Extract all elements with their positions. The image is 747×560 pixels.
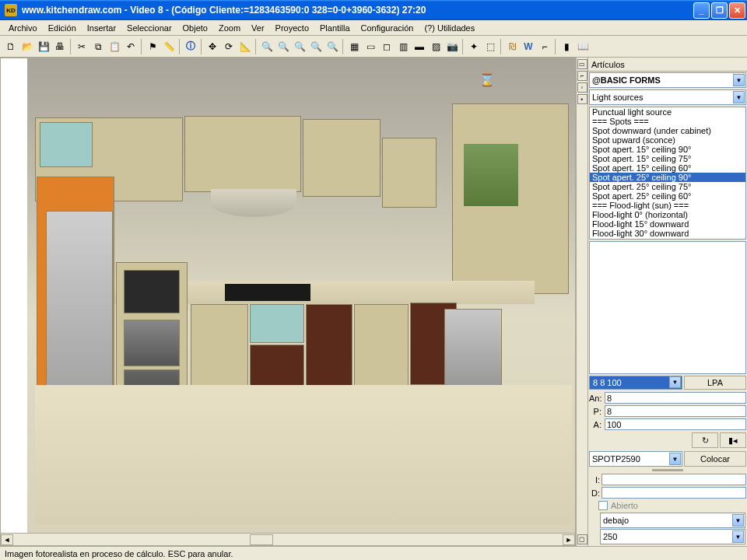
chevron-down-icon[interactable]: ▼ [669, 376, 681, 388]
menu-edicin[interactable]: Edición [43, 22, 82, 34]
list-item[interactable]: Spot upward (sconce) [590, 135, 745, 145]
position-combo[interactable]: debajo ▼ [600, 513, 745, 528]
list-item[interactable]: Spot apert. 25° ceiling 75° [590, 182, 745, 191]
move-icon[interactable]: ✥ [205, 39, 220, 54]
menu-utilidades[interactable]: (?) Utilidades [419, 22, 480, 34]
undo-icon[interactable]: ↶ [123, 39, 139, 54]
list-item[interactable]: Flood-light 0° (horizontal) [590, 210, 745, 219]
print-icon[interactable]: 🖶 [52, 39, 68, 54]
lpa-button[interactable]: LPA [684, 376, 746, 390]
refresh-button[interactable]: ↻ [692, 432, 718, 448]
category-combo[interactable]: Light sources ▼ [589, 89, 746, 105]
prop-d-input[interactable] [601, 487, 746, 499]
price-icon[interactable]: ₪ [504, 39, 520, 54]
word-icon[interactable]: W [521, 39, 536, 54]
view-real-icon[interactable]: ▨ [428, 39, 444, 54]
scroll-right-icon[interactable]: ► [563, 534, 575, 545]
copy-icon[interactable]: ⧉ [90, 39, 106, 54]
preview-list[interactable] [589, 241, 746, 374]
view-hidden-icon[interactable]: ▥ [395, 39, 411, 54]
angle-icon[interactable]: 📐 [237, 39, 253, 54]
scroll-left-icon[interactable]: ◄ [1, 534, 13, 545]
menu-configuracin[interactable]: Configuración [356, 22, 419, 34]
list-item[interactable]: Punctual light source [590, 107, 745, 117]
save-icon[interactable]: 💾 [36, 39, 51, 54]
zoom-out-icon[interactable]: 🔍 [259, 39, 275, 54]
list-item[interactable]: Spot apert. 25° ceiling 90° [590, 173, 745, 182]
list-item[interactable]: Spot apert. 15° ceiling 60° [590, 163, 745, 173]
info-icon[interactable]: ⓘ [183, 39, 198, 54]
place-button[interactable]: Colocar [684, 451, 746, 467]
prop-i-input[interactable] [601, 474, 746, 485]
scroll-thumb[interactable] [250, 534, 273, 545]
rotate-icon[interactable]: ⟳ [221, 39, 237, 54]
menu-proyecto[interactable]: Proyecto [270, 22, 314, 34]
palette-icon[interactable]: ▮ [559, 39, 574, 54]
flag-icon[interactable]: ⚑ [145, 39, 160, 54]
cut-icon[interactable]: ✂ [74, 39, 89, 54]
zoom-all-icon[interactable]: 🔍 [324, 39, 340, 54]
category-value: Light sources [592, 93, 643, 102]
menubar: ArchivoEdiciónInsertarSeleccionarObjetoZ… [0, 20, 747, 36]
catalog-combo[interactable]: @BASIC FORMS ▼ [589, 72, 746, 88]
render-view[interactable]: ⌛ [1, 58, 575, 533]
hscrollbar[interactable]: ◄ ► [1, 533, 575, 545]
strip-tool-4[interactable]: ▪ [577, 94, 587, 104]
new-icon[interactable]: 🗋 [3, 39, 19, 54]
chevron-down-icon[interactable]: ▼ [732, 514, 744, 527]
menu-objeto[interactable]: Objeto [177, 22, 213, 34]
view-shade-icon[interactable]: ▬ [412, 39, 427, 54]
chevron-down-icon[interactable]: ▼ [733, 91, 745, 103]
list-item[interactable]: Flood-light 15° downward [590, 219, 745, 229]
zoom-prev-icon[interactable]: 🔍 [308, 39, 324, 54]
strip-tool-bottom[interactable]: ▢ [577, 534, 587, 544]
menu-ver[interactable]: Ver [246, 22, 270, 34]
width-input[interactable] [605, 392, 746, 404]
height-combo[interactable]: 250 ▼ [600, 529, 745, 544]
zoom-in-icon[interactable]: 🔍 [275, 39, 291, 54]
open-checkbox[interactable] [598, 501, 608, 510]
menu-seleccionar[interactable]: Seleccionar [121, 22, 177, 34]
chevron-down-icon[interactable]: ▼ [733, 74, 745, 86]
list-item[interactable]: Spot downward (under cabinet) [590, 126, 745, 135]
list-item[interactable]: Spot apert. 15° ceiling 75° [590, 154, 745, 163]
list-item[interactable]: Flood-light 30° downward [590, 229, 745, 238]
view-elev-icon[interactable]: ▭ [363, 39, 378, 54]
corner-icon[interactable]: ⌐ [537, 39, 552, 54]
strip-tool-2[interactable]: ⌐ [577, 71, 587, 81]
menu-insertar[interactable]: Insertar [82, 22, 121, 34]
menu-archivo[interactable]: Archivo [3, 22, 43, 34]
tool2-icon[interactable]: ⬚ [482, 39, 498, 54]
zoom-fit-icon[interactable]: 🔍 [292, 39, 307, 54]
menu-plantilla[interactable]: Plantilla [314, 22, 356, 34]
view-plan-icon[interactable]: ▦ [346, 39, 362, 54]
measure-icon[interactable]: 📏 [161, 39, 177, 54]
list-item[interactable]: Flood-light 45° downward [590, 238, 745, 240]
apply-button[interactable]: ▮◂ [720, 432, 746, 448]
open-icon[interactable]: 📂 [19, 39, 35, 54]
depth-input[interactable] [605, 405, 746, 417]
list-item[interactable]: === Spots === [590, 117, 745, 126]
dimensions-summary[interactable]: 8 8 100 ▼ [589, 376, 682, 390]
list-item[interactable]: === Flood-light (sun) === [590, 201, 745, 210]
strip-tool-3[interactable]: ▫ [577, 82, 587, 93]
article-list[interactable]: Punctual light source=== Spots ===Spot d… [589, 107, 746, 240]
list-item[interactable]: Spot apert. 25° ceiling 60° [590, 191, 745, 201]
paste-icon[interactable]: 📋 [107, 39, 122, 54]
viewport[interactable]: ⌛ ◄ ► [0, 58, 576, 546]
strip-tool-1[interactable]: ▭ [577, 59, 587, 69]
close-button[interactable]: ✕ [729, 2, 745, 19]
chevron-down-icon[interactable]: ▼ [669, 453, 681, 465]
ref-combo[interactable]: SPOTP2590 ▼ [589, 451, 682, 467]
ref-value: SPOTP2590 [592, 454, 640, 464]
height-input-a[interactable] [605, 418, 746, 430]
menu-zoom[interactable]: Zoom [213, 22, 246, 34]
minimize-button[interactable]: _ [693, 2, 710, 19]
maximize-button[interactable]: ❐ [711, 2, 728, 19]
view-wire-icon[interactable]: ◻ [379, 39, 395, 54]
tool1-icon[interactable]: ✦ [466, 39, 482, 54]
camera-icon[interactable]: 📷 [444, 39, 460, 54]
list-item[interactable]: Spot apert. 15° ceiling 90° [590, 145, 745, 154]
chevron-down-icon[interactable]: ▼ [732, 530, 744, 543]
catalog-icon[interactable]: 📖 [575, 39, 591, 54]
